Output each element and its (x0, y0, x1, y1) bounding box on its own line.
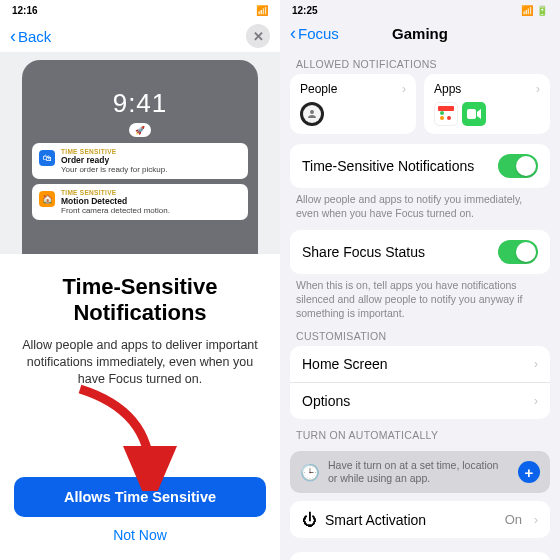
page-title: Time-Sensitive Notifications (18, 274, 262, 327)
row-label: Home Screen (302, 356, 388, 372)
row-value: On (505, 512, 522, 527)
options-row[interactable]: Options › (290, 382, 550, 419)
status-bar: 12:25 📶 🔋 (280, 0, 560, 20)
notif-title: Motion Detected (61, 196, 241, 206)
status-indicators: 📶 🔋 (521, 5, 548, 16)
people-card[interactable]: People › (290, 74, 416, 134)
apps-label: Apps (434, 82, 461, 96)
power-icon: ⏻ (302, 511, 317, 528)
section-header-customisation: CUSTOMISATION (280, 320, 560, 346)
home-screen-row[interactable]: Home Screen › (290, 346, 550, 382)
smart-activation-row[interactable]: ⏻ Smart Activation On › (290, 501, 550, 538)
automation-card[interactable]: 🕒 Have it turn on at a set time, locatio… (290, 451, 550, 493)
back-button[interactable]: ‹ Back (10, 27, 51, 45)
clock-icon: 🕒 (300, 463, 320, 482)
row-label: Options (302, 393, 350, 409)
time-sensitive-toggle[interactable] (498, 154, 538, 178)
primary-button-label: Allows Time Sensitive (64, 489, 216, 505)
add-automation-button[interactable]: + (518, 461, 540, 483)
status-time: 12:25 (292, 5, 318, 16)
status-indicators: 📶 (256, 5, 268, 16)
calendar-app-icon (434, 102, 458, 126)
preview-notification: 🏠 TIME SENSITIVE Motion Detected Front c… (32, 184, 248, 220)
close-icon: ✕ (253, 29, 264, 44)
person-avatar-icon (300, 102, 324, 126)
chevron-right-icon: › (534, 513, 538, 527)
nav-bar: ‹ Focus Gaming (280, 20, 560, 48)
bag-icon: 🛍 (39, 150, 55, 166)
apps-card[interactable]: Apps › (424, 74, 550, 134)
back-label: Back (18, 28, 51, 45)
notif-tag: TIME SENSITIVE (61, 148, 241, 155)
row-label: Time-Sensitive Notifications (302, 158, 474, 174)
row-label: Smart Activation (325, 512, 426, 528)
page-description: Allow people and apps to deliver importa… (18, 337, 262, 388)
status-bar: 12:16 📶 (0, 0, 280, 20)
plus-icon: + (525, 464, 534, 481)
people-label: People (300, 82, 337, 96)
svg-rect-1 (467, 109, 476, 119)
share-focus-toggle[interactable] (498, 240, 538, 264)
nav-bar: ‹ Back ✕ (0, 20, 280, 52)
chevron-right-icon: › (402, 82, 406, 96)
secondary-link-label: Not Now (113, 527, 167, 543)
time-sensitive-help: Allow people and apps to notify you imme… (280, 188, 560, 220)
chevron-right-icon: › (534, 357, 538, 371)
close-button[interactable]: ✕ (246, 24, 270, 48)
chevron-right-icon: › (534, 394, 538, 408)
notif-tag: TIME SENSITIVE (61, 189, 241, 196)
notif-sub: Your order is ready for pickup. (61, 165, 241, 174)
time-sensitive-row[interactable]: Time-Sensitive Notifications (290, 144, 550, 188)
callout-arrow (0, 387, 280, 477)
svg-point-0 (310, 110, 314, 114)
chevron-right-icon: › (536, 82, 540, 96)
automation-help: Have it turn on at a set time, location … (328, 459, 510, 485)
delete-focus-button[interactable]: Delete Focus (290, 552, 550, 560)
section-header-allowed: ALLOWED NOTIFICATIONS (280, 48, 560, 74)
facetime-app-icon (462, 102, 486, 126)
notif-title: Order ready (61, 155, 241, 165)
home-icon: 🏠 (39, 191, 55, 207)
page-title: Gaming (280, 25, 560, 42)
lock-time: 9:41 (22, 88, 258, 119)
share-focus-help: When this is on, tell apps you have noti… (280, 274, 560, 320)
preview-illustration: 9:41 🚀 🛍 TIME SENSITIVE Order ready Your… (0, 52, 280, 254)
share-focus-row[interactable]: Share Focus Status (290, 230, 550, 274)
not-now-button[interactable]: Not Now (0, 517, 280, 549)
row-label: Share Focus Status (302, 244, 425, 260)
section-header-auto: TURN ON AUTOMATICALLY (280, 419, 560, 445)
status-time: 12:16 (12, 5, 38, 16)
phone-mock: 9:41 🚀 🛍 TIME SENSITIVE Order ready Your… (22, 60, 258, 254)
chevron-left-icon: ‹ (10, 27, 16, 45)
focus-badge-icon: 🚀 (129, 123, 151, 137)
notif-sub: Front camera detected motion. (61, 206, 241, 215)
preview-notification: 🛍 TIME SENSITIVE Order ready Your order … (32, 143, 248, 179)
arrow-icon (60, 381, 180, 491)
